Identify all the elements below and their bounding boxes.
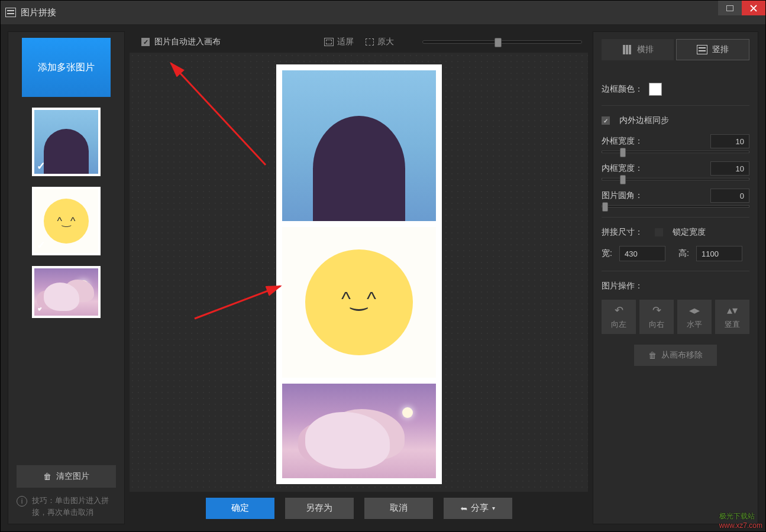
cancel-button[interactable]: 取消 [364, 498, 433, 519]
flip-horizontal-button[interactable]: ◂▸水平 [677, 300, 712, 334]
canvas-toolbar: ✓ 图片自动进入画布 适屏 原大 [130, 31, 588, 53]
radius-slider[interactable] [602, 205, 749, 207]
thumbnail-3[interactable]: ✓ [32, 266, 101, 318]
height-input[interactable] [696, 246, 742, 261]
tip-text: 技巧：单击图片进入拼接，再次单击取消 [32, 495, 116, 518]
rotate-left-icon: ↶ [615, 304, 623, 317]
clear-images-button[interactable]: 🗑 清空图片 [17, 465, 116, 488]
share-icon: ➦ [460, 504, 467, 513]
rotate-left-button[interactable]: ↶向左 [602, 300, 636, 334]
check-icon: ✓ [37, 301, 46, 314]
outer-width-slider[interactable] [602, 151, 749, 153]
outer-width-input[interactable] [710, 134, 749, 148]
check-icon: ✓ [37, 239, 46, 252]
auto-canvas-checkbox[interactable]: ✓ [141, 38, 150, 46]
titlebar: 图片拼接 [1, 1, 765, 24]
inner-width-slider[interactable] [602, 178, 749, 180]
thumbnail-2[interactable]: ✓ [32, 187, 101, 255]
flip-vertical-button[interactable]: ▴▾竖直 [715, 300, 749, 334]
original-icon [366, 38, 374, 46]
inner-width-label: 内框宽度： [602, 163, 647, 174]
info-icon: i [17, 496, 27, 507]
svg-line-1 [195, 286, 280, 319]
chevron-down-icon: ▾ [492, 505, 495, 511]
inner-width-input[interactable] [710, 161, 749, 176]
sync-border-label: 内外边框同步 [619, 115, 669, 126]
radius-label: 图片圆角： [602, 190, 647, 201]
original-size-button[interactable]: 原大 [366, 37, 394, 47]
thumbnail-1[interactable]: ✓ [32, 108, 101, 176]
canvas-image-2[interactable] [282, 227, 436, 378]
trash-icon: 🗑 [648, 351, 657, 360]
bottom-bar: 确定 另存为 取消 ➦ 分享 ▾ [130, 492, 588, 524]
sync-border-checkbox[interactable]: ✓ [602, 116, 610, 125]
trash-icon: 🗑 [43, 472, 51, 481]
rotate-right-button[interactable]: ↷向右 [639, 300, 674, 334]
flip-v-icon: ▴▾ [727, 304, 738, 317]
height-label: 高: [678, 248, 693, 259]
layout-horizontal-tab[interactable]: 横排 [602, 39, 674, 60]
auto-canvas-label: 图片自动进入画布 [154, 37, 221, 47]
left-panel: 添加多张图片 ✓ ✓ ✓ 🗑 清空图片 i 技巧：单击图片进入拼接，再次单 [8, 31, 125, 524]
canvas-area[interactable] [130, 53, 588, 492]
layout-vertical-tab[interactable]: 竖排 [676, 39, 749, 60]
canvas-image-1[interactable] [282, 70, 436, 221]
border-color-swatch[interactable] [649, 83, 662, 96]
save-as-button[interactable]: 另存为 [285, 498, 354, 519]
app-icon [5, 8, 16, 17]
watermark: 极光下载站 www.xz7.com [719, 511, 762, 530]
stitch-size-label: 拼接尺寸： [602, 227, 643, 238]
annotation-arrow-2 [183, 206, 289, 325]
rotate-right-icon: ↷ [652, 304, 661, 317]
radius-input[interactable] [710, 189, 749, 203]
lock-width-label: 锁定宽度 [673, 227, 706, 238]
flip-h-icon: ◂▸ [689, 304, 700, 317]
width-input[interactable] [619, 246, 665, 261]
canvas-image-3[interactable] [282, 384, 436, 478]
image-ops-label: 图片操作： [602, 281, 749, 291]
window-title: 图片拼接 [21, 7, 56, 18]
canvas-frame [276, 64, 442, 484]
columns-icon [622, 45, 632, 54]
width-label: 宽: [602, 248, 616, 259]
fit-screen-button[interactable]: 适屏 [324, 37, 354, 47]
share-button[interactable]: ➦ 分享 ▾ [444, 498, 512, 519]
rows-icon [697, 45, 707, 54]
zoom-slider[interactable] [422, 40, 582, 44]
border-color-label: 边框颜色： [602, 84, 643, 95]
right-panel: 横排 竖排 边框颜色： ✓ 内外边框同步 外框宽度： [593, 31, 758, 524]
svg-line-0 [171, 63, 266, 165]
ok-button[interactable]: 确定 [206, 498, 274, 519]
close-button[interactable] [742, 1, 765, 15]
remove-from-canvas-button[interactable]: 🗑 从画布移除 [634, 345, 717, 366]
add-images-button[interactable]: 添加多张图片 [22, 38, 111, 97]
lock-width-checkbox[interactable] [655, 228, 663, 236]
outer-width-label: 外框宽度： [602, 136, 647, 147]
check-icon: ✓ [37, 160, 46, 173]
annotation-arrow-1 [147, 53, 277, 177]
fit-icon [324, 38, 334, 46]
maximize-button[interactable] [718, 1, 742, 15]
